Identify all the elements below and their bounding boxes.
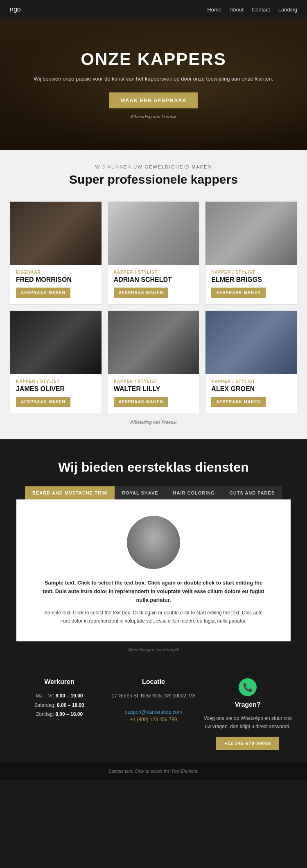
kapper-name-6: ALEX GROEN — [211, 385, 291, 393]
hero-cta-button[interactable]: MAAK EEN AFSPRAAK — [109, 92, 198, 108]
kapper-body-6: KAPPER / STYLIST ALEX GROEN AFSPRAAK MAK… — [205, 374, 297, 407]
kapper-card-6: KAPPER / STYLIST ALEX GROEN AFSPRAAK MAK… — [205, 310, 297, 414]
kapper-role-4: KAPPER / STYLIST — [16, 379, 96, 384]
diensten-text: Sample text. Click to select the text bo… — [41, 609, 266, 625]
footer-werkuren: Werkuren Ma – Vr: 8.00 – 19.00 Zaterdag:… — [12, 678, 106, 750]
kapper-photo-2 — [108, 202, 199, 265]
kappers-title: Super professionele kappers — [8, 173, 299, 187]
nav-about[interactable]: About — [230, 7, 244, 13]
diensten-content: Sample text. Click to select the text bo… — [16, 499, 291, 641]
whatsapp-button[interactable]: +12-345-678-89089 — [216, 737, 279, 750]
kapper-card-4: KAPPER / STYLIST JAMES OLIVER AFSPRAAK M… — [10, 310, 102, 414]
footer-werkuren-row-2: Zaterdag: 8.00 – 18.00 — [12, 701, 106, 710]
navbar: ngo Home About Contact Landing — [0, 0, 307, 19]
kapper-card-1: EIGENAAR FRED MORRISON AFSPRAAK MAKEN — [10, 201, 102, 305]
kapper-photo-1 — [10, 202, 102, 265]
footer-phone[interactable]: +1 (800) 123 456 789 — [130, 717, 177, 722]
kapper-photo-4 — [10, 311, 102, 374]
kapper-btn-3[interactable]: AFSPRAAK MAKEN — [211, 288, 266, 298]
diensten-title: Wij bieden eersteklas diensten — [0, 460, 307, 475]
footer-email[interactable]: support@barbershop.com — [125, 709, 182, 715]
kapper-name-1: FRED MORRISON — [16, 276, 96, 283]
nav-links: Home About Contact Landing — [207, 7, 297, 13]
whatsapp-icon: 📞 — [239, 678, 257, 696]
diensten-avatar-image — [127, 516, 180, 569]
kapper-btn-4[interactable]: AFSPRAAK MAKEN — [16, 397, 70, 407]
hero-title: ONZE KAPPERS — [34, 49, 273, 69]
nav-contact[interactable]: Contact — [252, 7, 270, 13]
hero-credit: Afbeelding van Freepik — [34, 114, 273, 119]
kapper-role-1: EIGENAAR — [16, 270, 96, 274]
kappers-grid: EIGENAAR FRED MORRISON AFSPRAAK MAKEN KA… — [10, 201, 297, 414]
footer-info: Werkuren Ma – Vr: 8.00 – 19.00 Zaterdag:… — [0, 658, 307, 762]
tab-beard[interactable]: BEARD AND MUSTACHE TRIM — [25, 486, 115, 499]
kapper-photo-3 — [205, 202, 297, 265]
kapper-photo-5 — [108, 311, 199, 374]
kapper-role-3: KAPPER / STYLIST — [211, 270, 291, 274]
footer-vragen: 📞 Vragen? Voeg ons toe op WhatsApp en st… — [201, 678, 295, 750]
kapper-card-2: KAPPER / STYLIST ADRIAN SCHELDT AFSPRAAK… — [108, 201, 200, 305]
kapper-btn-1[interactable]: AFSPRAAK MAKEN — [16, 288, 70, 298]
kapper-body-3: KAPPER / STYLIST ELMER BRIGGS AFSPRAAK M… — [205, 265, 297, 298]
hero-content: ONZE KAPPERS Wij bouwen onze passie voor… — [34, 49, 273, 119]
kappers-grid-section: EIGENAAR FRED MORRISON AFSPRAAK MAKEN KA… — [0, 193, 307, 439]
tab-coloring[interactable]: HAIR COLORING — [166, 486, 222, 499]
footer-locatie-title: Locatie — [106, 678, 201, 686]
kapper-btn-2[interactable]: AFSPRAAK MAKEN — [114, 288, 168, 298]
kapper-btn-6[interactable]: AFSPRAAK MAKEN — [211, 397, 266, 407]
kappers-intro-section: WIJ KUNNEN UW GEWELDIGHEID MAKEN Super p… — [0, 150, 307, 193]
nav-home[interactable]: Home — [207, 7, 221, 13]
kapper-role-6: KAPPER / STYLIST — [211, 379, 291, 384]
kapper-name-4: JAMES OLIVER — [16, 385, 96, 393]
nav-logo: ngo — [10, 6, 21, 13]
hero-section: ONZE KAPPERS Wij bouwen onze passie voor… — [0, 19, 307, 150]
kapper-name-3: ELMER BRIGGS — [211, 276, 291, 283]
kappers-sub-label: WIJ KUNNEN UW GEWELDIGHEID MAKEN — [8, 164, 299, 169]
nav-landing[interactable]: Landing — [278, 7, 297, 13]
tab-shave[interactable]: ROYAL SHAVE — [115, 486, 165, 499]
kappers-credit: Afbeelding van Freepik — [10, 414, 297, 427]
diensten-credit: Afbeeldingen van Freepik — [0, 641, 307, 658]
kapper-body-5: KAPPER / STYLIST WALTER LILLY AFSPRAAK M… — [108, 374, 199, 407]
kapper-body-1: EIGENAAR FRED MORRISON AFSPRAAK MAKEN — [10, 265, 102, 298]
tab-cuts[interactable]: CUTS AND FADES — [222, 486, 282, 499]
diensten-tabs: BEARD AND MUSTACHE TRIM ROYAL SHAVE HAIR… — [0, 486, 307, 499]
footer-werkuren-title: Werkuren — [12, 678, 106, 686]
footer-werkuren-row-3: Zondag: 8.00 – 18.00 — [12, 710, 106, 719]
kapper-body-4: KAPPER / STYLIST JAMES OLIVER AFSPRAAK M… — [10, 374, 102, 407]
kapper-role-5: KAPPER / STYLIST — [114, 379, 194, 384]
kapper-card-5: KAPPER / STYLIST WALTER LILLY AFSPRAAK M… — [108, 310, 200, 414]
kapper-btn-5[interactable]: AFSPRAAK MAKEN — [114, 397, 168, 407]
footer-address: 17 Green St, New York, NY 10002, VS — [106, 691, 201, 701]
bottom-bar: Sample text. Click to select the Text El… — [0, 762, 307, 780]
hero-subtitle: Wij bouwen onze passie voor de kunst van… — [34, 75, 273, 83]
kapper-name-5: WALTER LILLY — [114, 385, 194, 393]
footer-locatie: Locatie 17 Green St, New York, NY 10002,… — [106, 678, 201, 750]
kapper-role-2: KAPPER / STYLIST — [114, 270, 194, 274]
kapper-name-2: ADRIAN SCHELDT — [114, 276, 194, 283]
kapper-card-3: KAPPER / STYLIST ELMER BRIGGS AFSPRAAK M… — [205, 201, 297, 305]
kapper-photo-6 — [205, 311, 297, 374]
kapper-body-2: KAPPER / STYLIST ADRIAN SCHELDT AFSPRAAK… — [108, 265, 199, 298]
footer-vragen-title: Vragen? — [201, 701, 295, 708]
diensten-avatar — [127, 516, 180, 569]
footer-vragen-desc: Voeg ons toe op WhatsApp en stuur ons uw… — [201, 714, 295, 731]
footer-werkuren-row-1: Ma – Vr: 8.00 – 19.00 — [12, 691, 106, 701]
bottom-text: Sample text. Click to select the Text El… — [108, 769, 199, 774]
diensten-section: Wij bieden eersteklas diensten BEARD AND… — [0, 439, 307, 762]
diensten-text-bold: Sample text. Click to select the text bo… — [41, 579, 266, 604]
